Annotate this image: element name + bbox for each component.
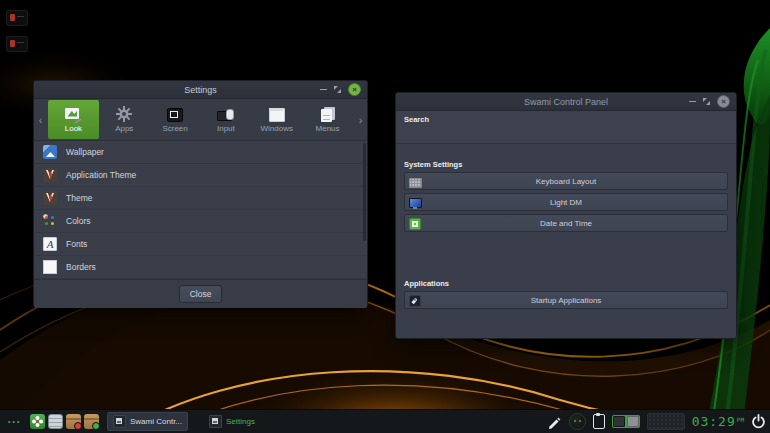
tabs: Look Apps Screen [48, 100, 353, 139]
app-launcher-icon[interactable] [30, 414, 45, 429]
restore-icon[interactable] [334, 86, 341, 93]
scrollbar[interactable] [363, 143, 366, 241]
window-controls: × [320, 83, 367, 96]
settings-list: Wallpaper Application Theme Theme Colors… [34, 141, 367, 279]
light-dm-button[interactable]: Light DM [404, 193, 728, 211]
tray-status-icon[interactable] [569, 413, 586, 430]
clip [596, 413, 600, 416]
power-icon[interactable] [751, 414, 766, 429]
box-flap [66, 418, 81, 420]
minimize-icon[interactable] [689, 101, 696, 102]
search-area[interactable]: Search [396, 111, 736, 144]
pencil-icon[interactable] [546, 414, 562, 430]
gear-icon [115, 107, 133, 122]
startup-applications-button[interactable]: Startup Applications [404, 291, 728, 309]
desktop: Settings × ‹ Look [0, 0, 770, 433]
workspace-switcher-empty[interactable] [647, 413, 685, 430]
list-item-colors[interactable]: Colors [34, 210, 367, 233]
package-green-icon[interactable] [84, 414, 99, 429]
taskbar-item-swami[interactable]: Swami Contr... [107, 412, 188, 431]
tab-screen[interactable]: Screen [150, 100, 201, 139]
swami-body: Search System Settings Keyboard Layout L… [396, 111, 736, 339]
tab-scroll-right-icon[interactable]: › [354, 99, 367, 140]
settings-window: Settings × ‹ Look [33, 80, 368, 307]
keyboard-layout-button[interactable]: Keyboard Layout [404, 172, 728, 190]
settings-titlebar[interactable]: Settings × [34, 81, 367, 99]
shortcut-line [17, 16, 24, 17]
input-icon [217, 107, 235, 122]
search-label: Search [404, 115, 429, 124]
settings-bottombar: Close [34, 279, 367, 308]
close-icon[interactable]: × [348, 83, 361, 96]
window-thumb-icon [209, 415, 222, 428]
startup-icon [409, 295, 421, 307]
list-item-borders[interactable]: Borders [34, 256, 367, 279]
tab-input[interactable]: Input [200, 100, 251, 139]
list-item-theme[interactable]: Theme [34, 187, 367, 210]
clock[interactable]: 03:29 PM [692, 414, 744, 429]
suit-icon [42, 190, 58, 206]
date-and-time-button[interactable]: Date and Time [404, 214, 728, 232]
shortcut-glyph [10, 40, 15, 47]
box-flap [84, 418, 99, 420]
taskbar-right: 03:29 PM [546, 413, 770, 430]
close-button[interactable]: Close [179, 285, 223, 303]
tab-look[interactable]: Look [48, 100, 99, 139]
desktop-shortcut-1[interactable] [6, 10, 28, 26]
clipboard-icon[interactable] [593, 414, 605, 429]
mini-window-2 [627, 416, 639, 427]
windows-icon [268, 107, 286, 122]
keyboard-icon [409, 176, 421, 188]
shortcut-line [17, 42, 24, 43]
list-item-wallpaper[interactable]: Wallpaper [34, 141, 367, 164]
calendar-icon [409, 218, 421, 230]
green-badge [92, 422, 100, 430]
tab-apps[interactable]: Apps [99, 100, 150, 139]
menu-dots-icon[interactable]: ••• [8, 418, 26, 425]
window-title: Swami Control Panel [396, 97, 736, 107]
wallpaper-icon [42, 144, 58, 160]
menus-icon [319, 107, 337, 122]
palette-icon [42, 213, 58, 229]
workspace-switcher-active[interactable] [612, 415, 640, 428]
minimize-icon[interactable] [320, 89, 327, 90]
package-red-icon[interactable] [66, 414, 81, 429]
tab-scroll-left-icon[interactable]: ‹ [34, 99, 47, 140]
window-controls: × [689, 95, 736, 108]
desktop-shortcut-2[interactable] [6, 36, 28, 52]
list-item-application-theme[interactable]: Application Theme [34, 164, 367, 187]
section-header-system-settings: System Settings [404, 160, 462, 169]
restore-icon[interactable] [703, 98, 710, 105]
file-manager-icon[interactable] [48, 414, 63, 429]
screen-icon [166, 107, 184, 122]
section-header-applications: Applications [404, 279, 449, 288]
shortcut-glyph [10, 14, 15, 21]
taskbar: ••• Swami Contr... Settings [0, 409, 770, 433]
swami-control-panel-window: Swami Control Panel × Search System Sett… [395, 92, 737, 339]
swami-titlebar[interactable]: Swami Control Panel × [396, 93, 736, 111]
tab-windows[interactable]: Windows [251, 100, 302, 139]
taskbar-item-settings[interactable]: Settings [204, 413, 260, 430]
red-badge [74, 422, 82, 430]
window-title: Settings [34, 85, 367, 95]
tab-menus[interactable]: Menus [302, 100, 353, 139]
fonts-icon: A [42, 236, 58, 252]
borders-icon [42, 259, 58, 275]
window-thumb-icon [113, 415, 126, 428]
suit-icon [42, 167, 58, 183]
mini-window-1 [613, 416, 625, 427]
display-icon [409, 197, 421, 209]
launchers [30, 414, 99, 429]
pinwheel-icon [30, 414, 45, 429]
close-icon[interactable]: × [717, 95, 730, 108]
look-icon [64, 107, 82, 122]
list-item-fonts[interactable]: A Fonts [34, 233, 367, 256]
settings-tabbar: ‹ Look Apps [34, 99, 367, 141]
